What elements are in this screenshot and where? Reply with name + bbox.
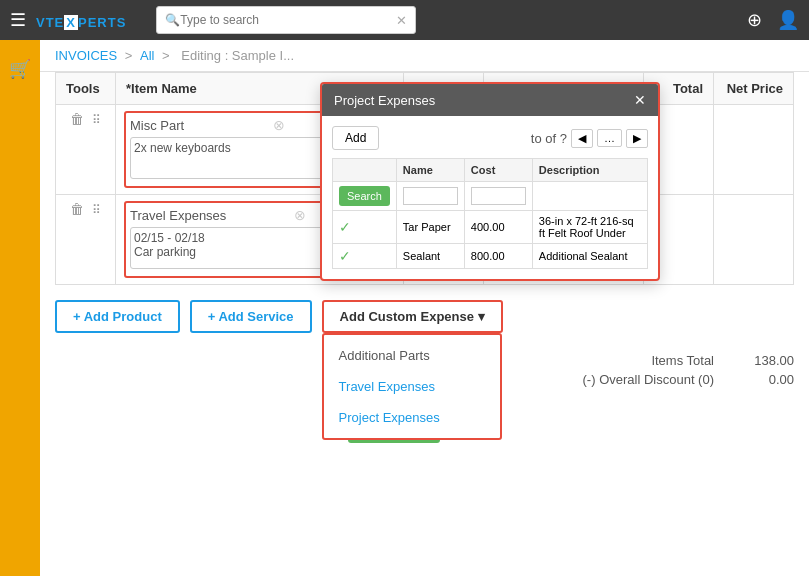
breadcrumb-sep2: > <box>162 48 173 63</box>
discount-value: 0.00 <box>734 372 794 387</box>
add-custom-expense-button[interactable]: Add Custom Expense ▾ <box>322 300 503 333</box>
search-bar[interactable]: 🔍 ✕ <box>156 6 416 34</box>
main-content: INVOICES > All > Editing : Sample I... T… <box>40 40 809 576</box>
pagination-prev-btn[interactable]: ◀ <box>571 129 593 148</box>
popup-col-cost: Cost <box>464 159 532 182</box>
breadcrumb-sep1: > <box>125 48 136 63</box>
popup-data-row: ✓ Tar Paper 400.00 36-in x 72-ft 216-sq … <box>333 211 648 244</box>
row2-item-name-text: Travel Expenses <box>130 208 226 223</box>
sidebar: 🛒 <box>0 40 40 576</box>
row1-net-price <box>714 105 794 195</box>
logo-perts: PERTS <box>78 15 126 30</box>
breadcrumb: INVOICES > All > Editing : Sample I... <box>40 40 809 72</box>
popup-pagination: to of ? ◀ … ▶ <box>531 129 648 148</box>
logo-vt: VTE <box>36 15 64 30</box>
popup-row2-name: Sealant <box>396 244 464 269</box>
popup-search-name-cell <box>396 182 464 211</box>
popup-toolbar: Add to of ? ◀ … ▶ <box>332 126 648 150</box>
popup-row2-desc: Additional Sealant <box>532 244 647 269</box>
custom-expense-dropdown: Additional Parts Travel Expenses Project… <box>322 333 502 440</box>
pagination-dots-btn[interactable]: … <box>597 129 622 147</box>
footer-buttons: + Add Product + Add Service Add Custom E… <box>40 285 809 348</box>
popup-search-row: Search <box>333 182 648 211</box>
logo-x: X <box>64 15 78 30</box>
nav-icons: ⊕ 👤 <box>747 9 799 31</box>
invoice-table-wrapper: Tools *Item Name Quantity Selling Price … <box>40 72 809 285</box>
items-total-value: 138.00 <box>734 353 794 368</box>
popup-search-button[interactable]: Search <box>339 186 390 206</box>
popup-row1-desc: 36-in x 72-ft 216-sq ft Felt Roof Under <box>532 211 647 244</box>
add-service-button[interactable]: + Add Service <box>190 300 312 333</box>
popup-row2-check-icon: ✓ <box>339 248 351 264</box>
popup-body: Add to of ? ◀ … ▶ Name <box>322 116 658 279</box>
add-custom-expense-wrapper: Add Custom Expense ▾ Additional Parts Tr… <box>322 300 503 333</box>
search-icon: 🔍 <box>165 13 180 27</box>
row1-delete-icon[interactable]: 🗑 <box>70 111 84 127</box>
breadcrumb-editing: Editing : Sample I... <box>181 48 294 63</box>
popup-search-name-input[interactable] <box>403 187 458 205</box>
add-icon[interactable]: ⊕ <box>747 9 762 31</box>
popup-title: Project Expenses <box>334 93 435 108</box>
dropdown-project-link[interactable]: Project Expenses <box>339 410 440 425</box>
top-navigation: ☰ VTEXPERTS 🔍 ✕ ⊕ 👤 <box>0 0 809 40</box>
row2-clear-btn[interactable]: ⊗ <box>294 207 306 223</box>
popup-search-check-cell: Search <box>333 182 397 211</box>
col-tools: Tools <box>56 73 116 105</box>
pagination-text: to of ? <box>531 131 567 146</box>
search-input[interactable] <box>180 13 396 27</box>
popup-search-cost-cell <box>464 182 532 211</box>
popup-data-row: ✓ Sealant 800.00 Additional Sealant <box>333 244 648 269</box>
hamburger-icon[interactable]: ☰ <box>10 9 26 31</box>
add-product-button[interactable]: + Add Product <box>55 300 180 333</box>
col-net-price: Net Price <box>714 73 794 105</box>
row2-tools: 🗑 ⠿ <box>56 195 116 285</box>
popup-row1-cost: 400.00 <box>464 211 532 244</box>
search-clear-icon: ✕ <box>396 13 407 28</box>
dropdown-travel-link[interactable]: Travel Expenses <box>339 379 435 394</box>
dropdown-project-expenses[interactable]: Project Expenses <box>324 402 500 433</box>
row2-net-price <box>714 195 794 285</box>
breadcrumb-all[interactable]: All <box>140 48 154 63</box>
popup-add-button[interactable]: Add <box>332 126 379 150</box>
popup-table: Name Cost Description Search <box>332 158 648 269</box>
popup-col-name: Name <box>396 159 464 182</box>
dropdown-additional-parts[interactable]: Additional Parts <box>324 340 500 371</box>
popup-header: Project Expenses ✕ <box>322 84 658 116</box>
items-total-label: Items Total <box>651 353 714 368</box>
breadcrumb-invoices[interactable]: INVOICES <box>55 48 117 63</box>
popup-row1-check-icon: ✓ <box>339 219 351 235</box>
row1-item-name-text: Misc Part <box>130 118 184 133</box>
row2-delete-icon[interactable]: 🗑 <box>70 201 84 217</box>
dropdown-travel-expenses[interactable]: Travel Expenses <box>324 371 500 402</box>
popup-col-check <box>333 159 397 182</box>
popup-row2-check: ✓ <box>333 244 397 269</box>
popup-search-desc-cell <box>532 182 647 211</box>
popup-row2-cost: 800.00 <box>464 244 532 269</box>
app-logo: VTEXPERTS <box>36 9 126 32</box>
pagination-next-btn[interactable]: ▶ <box>626 129 648 148</box>
project-expenses-popup: Project Expenses ✕ Add to of ? ◀ … ▶ <box>320 82 660 281</box>
sidebar-cart-icon[interactable]: 🛒 <box>9 50 31 88</box>
user-icon[interactable]: 👤 <box>777 9 799 31</box>
popup-search-cost-input[interactable] <box>471 187 526 205</box>
discount-label: (-) Overall Discount (0) <box>583 372 714 387</box>
popup-col-description: Description <box>532 159 647 182</box>
popup-close-btn[interactable]: ✕ <box>634 92 646 108</box>
row1-tools: 🗑 ⠿ <box>56 105 116 195</box>
row1-clear-btn[interactable]: ⊗ <box>273 117 285 133</box>
popup-row1-check: ✓ <box>333 211 397 244</box>
row1-drag-icon[interactable]: ⠿ <box>92 113 101 127</box>
popup-row1-name: Tar Paper <box>396 211 464 244</box>
row2-drag-icon[interactable]: ⠿ <box>92 203 101 217</box>
